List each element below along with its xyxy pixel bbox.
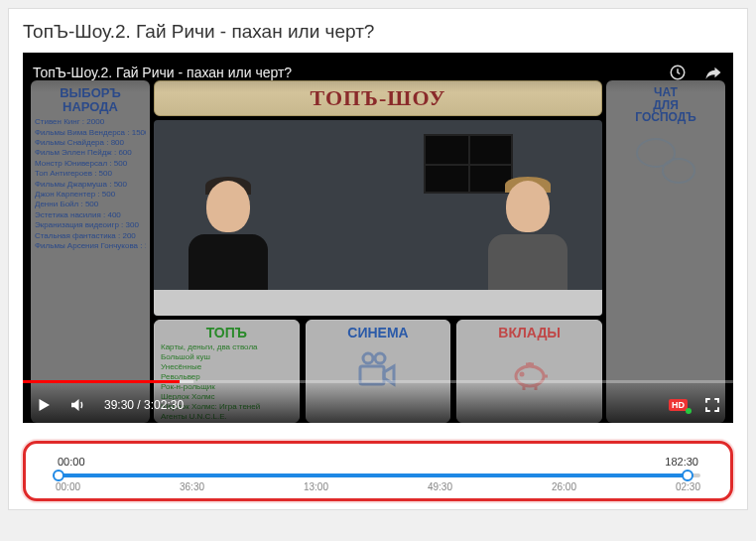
video-title: ТопЪ-Шоу.2. Гай Ричи - пахан или черт? xyxy=(33,65,292,80)
list-item: Денни Бойл : 500 xyxy=(35,200,146,209)
chat-icon xyxy=(636,138,695,188)
progress-bar[interactable] xyxy=(23,380,733,383)
page-title: ТопЪ-Шоу.2. Гай Ричи - пахан или черт? xyxy=(23,21,733,43)
list-item: Карты, деньги, два ствола xyxy=(161,342,293,352)
hd-badge[interactable]: HD xyxy=(669,399,688,411)
tab-cinema-title: СИНЕМА xyxy=(347,325,408,340)
video-controls: 39:30 / 3:02:30 HD xyxy=(23,380,733,423)
left-panel-title-2: НАРОДА xyxy=(35,100,146,114)
share-icon[interactable] xyxy=(703,63,723,82)
range-end-label: 182:30 xyxy=(665,456,698,468)
right-panel-title-3: ГОСПОДЪ xyxy=(610,111,721,124)
list-item: Топ Антигероев : 500 xyxy=(35,169,146,179)
svg-point-3 xyxy=(375,353,385,363)
svg-point-2 xyxy=(363,353,373,363)
tick-label: 00:00 xyxy=(56,481,80,492)
list-item: Фильмы Джармуша : 500 xyxy=(35,180,146,190)
tab-deposits-title: ВКЛАДЫ xyxy=(498,325,561,340)
video-player[interactable]: ТопЪ-Шоу.2. Гай Ричи - пахан или черт? В… xyxy=(23,53,733,423)
right-panel-chat: ЧАТ ДЛЯ ГОСПОДЪ xyxy=(606,80,725,423)
list-item: Большой куш xyxy=(161,352,293,362)
range-handle-right[interactable] xyxy=(682,470,693,481)
fullscreen-icon[interactable] xyxy=(701,394,723,416)
tick-label: 26:00 xyxy=(552,481,576,492)
volume-icon[interactable] xyxy=(66,394,88,416)
tab-top-title: ТОПЪ xyxy=(161,325,293,340)
tick-label: 36:30 xyxy=(180,481,204,492)
play-icon[interactable] xyxy=(33,394,55,416)
list-item: Стивен Кинг : 2000 xyxy=(35,117,146,127)
tick-label: 13:00 xyxy=(304,481,328,492)
tick-label: 49:30 xyxy=(428,481,452,492)
svg-point-5 xyxy=(521,373,523,375)
range-handle-left[interactable] xyxy=(53,470,64,481)
list-item: Джон Карпентер : 500 xyxy=(35,190,146,200)
list-item: Стальная фантастика : 200 xyxy=(35,231,146,241)
duration: 3:02:30 xyxy=(144,398,184,412)
tick-label: 02:30 xyxy=(676,481,700,492)
video-header: ТопЪ-Шоу.2. Гай Ричи - пахан или черт? xyxy=(23,53,733,92)
range-slider-widget: 00:00 182:30 00:00 36:30 13:00 49:30 26:… xyxy=(23,441,733,501)
list-item: Фильмы Снайдера : 800 xyxy=(35,138,146,148)
range-start-label: 00:00 xyxy=(58,456,85,468)
list-item: Фильм Эллен Пейдж : 600 xyxy=(35,148,146,158)
video-scene xyxy=(154,120,602,316)
range-slider-track[interactable] xyxy=(56,473,700,477)
list-item: Фильмы Вима Вендерса : 1500 xyxy=(35,128,146,138)
list-item: Монстр Юниверсал : 500 xyxy=(35,159,146,169)
list-item: Унесённые xyxy=(161,362,293,372)
list-item: Экранизация видеоигр : 300 xyxy=(35,220,146,230)
left-panel-vybor: ВЫБОРЪ НАРОДА Стивен Кинг : 2000 Фильмы … xyxy=(31,80,150,423)
list-item: Эстетика насилия : 400 xyxy=(35,210,146,220)
time-display: 39:30 / 3:02:30 xyxy=(104,398,184,412)
current-time: 39:30 xyxy=(104,398,134,412)
list-item: Фильмы Арсения Гончукова : 100 xyxy=(35,241,146,251)
watch-later-icon[interactable] xyxy=(668,63,688,82)
